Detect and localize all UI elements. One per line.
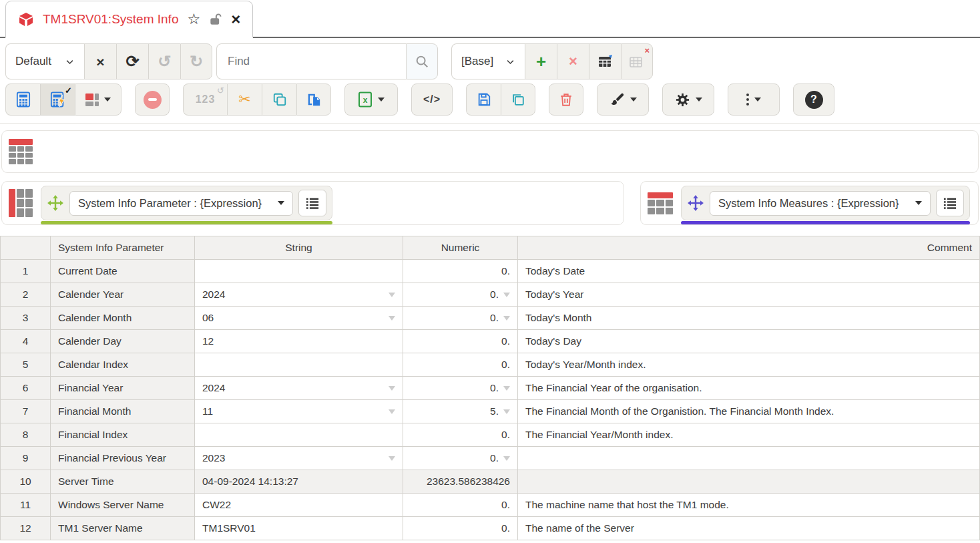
columns-dimension-selector[interactable]: System Info Measures : {Expression} [710, 191, 931, 216]
duplicate-button[interactable] [501, 83, 535, 116]
comment-cell[interactable]: Today's Year [518, 283, 980, 307]
parameter-cell[interactable]: Server Time [51, 470, 195, 494]
copy-button[interactable] [262, 83, 296, 116]
numeric-cell[interactable]: 0. [403, 330, 518, 353]
parameter-cell[interactable]: Calender Month [51, 307, 195, 330]
string-cell[interactable]: 06 [195, 307, 403, 330]
numeric-cell[interactable]: 0. [403, 283, 518, 307]
string-cell[interactable] [195, 260, 403, 283]
settings-button[interactable] [662, 83, 714, 116]
parameter-cell[interactable]: Calendar Index [51, 353, 195, 377]
numeric-cell[interactable]: 0. [403, 517, 518, 540]
parameter-cell[interactable]: Financial Year [51, 377, 195, 400]
string-cell[interactable]: 2024 [195, 377, 403, 400]
more-options-button[interactable] [728, 83, 780, 116]
parameter-cell[interactable]: Windows Server Name [51, 494, 195, 517]
comment-cell[interactable]: Today's Date [518, 260, 980, 283]
rows-zone-panel[interactable]: System Info Parameter : {Expression} [1, 181, 624, 225]
parameter-cell[interactable]: Calender Year [51, 283, 195, 307]
parameter-cell[interactable]: Financial Month [51, 400, 195, 423]
tab-system-info[interactable]: TM1SRV01:System Info ☆ × [5, 1, 253, 38]
parameter-cell[interactable]: Calender Day [51, 330, 195, 353]
cell-dropdown-icon[interactable] [503, 293, 510, 297]
subset-selector[interactable]: [Base] [451, 43, 525, 79]
columns-subset-list-button[interactable] [936, 190, 964, 216]
comment-cell[interactable]: The Financial Year/Month index. [518, 423, 980, 447]
style-brush-button[interactable] [597, 83, 649, 116]
layout-button[interactable] [75, 83, 121, 116]
open-view-table-button[interactable] [589, 43, 621, 79]
auto-recalculate-button[interactable]: ✓ [40, 83, 75, 116]
tab-close-icon[interactable]: × [231, 11, 240, 27]
parameter-cell[interactable]: TM1 Server Name [51, 517, 195, 540]
string-cell[interactable]: TM1SRV01 [195, 517, 403, 540]
string-cell[interactable]: 2024 [195, 283, 403, 307]
cell-dropdown-icon[interactable] [503, 456, 510, 461]
string-cell[interactable] [195, 353, 403, 377]
numeric-cell[interactable]: 23623.586238426 [403, 470, 518, 494]
clear-view-button[interactable]: × [84, 43, 116, 79]
rows-subset-list-button[interactable] [298, 190, 326, 216]
cell-dropdown-icon[interactable] [389, 316, 395, 321]
comment-cell[interactable]: The name of the Server [518, 517, 980, 540]
comment-cell[interactable]: Today's Month [518, 307, 980, 330]
comment-cell[interactable]: The machine name that host the TM1 mode. [518, 494, 980, 517]
undo-button[interactable]: ↺ [148, 43, 180, 79]
comment-cell[interactable]: The Financial Year of the organisation. [518, 377, 980, 400]
suppress-zeros-button[interactable] [135, 83, 170, 116]
string-cell[interactable] [195, 423, 403, 447]
help-button[interactable]: ? [793, 83, 834, 116]
cell-dropdown-icon[interactable] [503, 386, 510, 391]
numeric-cell[interactable]: 0. [403, 307, 518, 330]
move-handle-icon[interactable] [687, 194, 704, 212]
favorite-star-icon[interactable]: ☆ [187, 12, 200, 27]
numeric-cell[interactable]: 0. [403, 423, 518, 447]
comment-cell[interactable]: Today's Year/Month index. [518, 353, 980, 377]
columns-drop-zone[interactable] [1, 130, 979, 173]
parameter-cell[interactable]: Financial Index [51, 423, 195, 447]
unlock-icon[interactable] [209, 13, 222, 26]
delete-button[interactable] [549, 83, 583, 116]
add-view-button[interactable]: + [525, 43, 557, 79]
string-cell[interactable]: 12 [195, 330, 403, 353]
redo-button[interactable]: ↻ [180, 43, 212, 79]
string-cell[interactable]: 11 [195, 400, 403, 423]
comment-cell[interactable]: Today's Day [518, 330, 980, 353]
numeric-cell[interactable]: 5. [403, 400, 518, 423]
view-selector[interactable]: Default [5, 43, 84, 79]
columns-zone-panel[interactable]: System Info Measures : {Expression} [640, 181, 979, 225]
numeric-cell[interactable]: 0. [403, 353, 518, 377]
comment-cell[interactable] [518, 447, 980, 470]
closed-view-table-button[interactable]: × [621, 43, 653, 79]
string-cell[interactable]: CW22 [195, 494, 403, 517]
search-button[interactable] [406, 43, 438, 79]
code-view-button[interactable]: </> [411, 83, 453, 116]
cell-dropdown-icon[interactable] [503, 316, 510, 321]
string-cell[interactable]: 2023 [195, 447, 403, 470]
comment-cell[interactable]: The Financial Month of the Organistion. … [518, 400, 980, 423]
comment-cell[interactable] [518, 470, 980, 494]
refresh-button[interactable]: ⟳ [116, 43, 148, 79]
recalculate-button[interactable] [5, 83, 40, 116]
cell-dropdown-icon[interactable] [389, 409, 395, 414]
cell-dropdown-icon[interactable] [389, 293, 395, 297]
rows-dimension-selector[interactable]: System Info Parameter : {Expression} [69, 191, 293, 216]
parameter-cell[interactable]: Financial Previous Year [51, 447, 195, 470]
cell-dropdown-icon[interactable] [389, 456, 395, 461]
find-input[interactable] [216, 43, 406, 79]
numeric-cell[interactable]: 0. [403, 447, 518, 470]
export-excel-button[interactable]: x [344, 83, 398, 116]
numeric-cell[interactable]: 0. [403, 377, 518, 400]
cell-dropdown-icon[interactable] [503, 409, 510, 414]
save-button[interactable] [466, 83, 501, 116]
string-cell[interactable]: 04-09-2024 14:13:27 [195, 470, 403, 494]
numeric-cell[interactable]: 0. [403, 494, 518, 517]
remove-view-button[interactable]: × [557, 43, 589, 79]
parameter-cell[interactable]: Current Date [51, 260, 195, 283]
cut-button[interactable]: ✂ [227, 83, 262, 116]
cell-dropdown-icon[interactable] [389, 386, 395, 391]
number-format-button[interactable]: 123 ↺ [183, 83, 227, 116]
move-handle-icon[interactable] [47, 194, 64, 212]
paste-button[interactable] [296, 83, 331, 116]
numeric-cell[interactable]: 0. [403, 260, 518, 283]
